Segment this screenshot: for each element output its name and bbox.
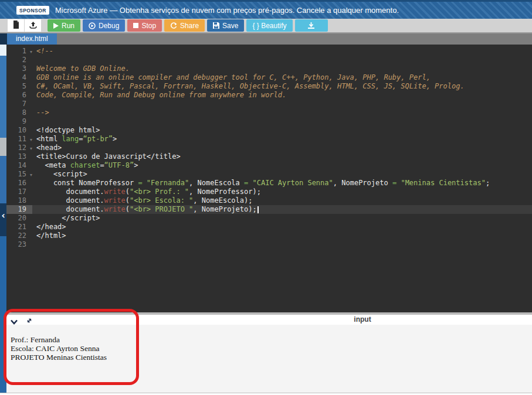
code-line[interactable]: 17 document.write("<br> Prof.: ", NomePr…: [6, 188, 532, 196]
code-text: [32, 100, 36, 108]
code-line[interactable]: 14 <meta charset=“UTF-8”>: [6, 161, 532, 170]
sponsor-badge: SPONSOR: [16, 6, 49, 15]
code-line[interactable]: 12▾<head>: [6, 144, 532, 152]
chevron-down-icon[interactable]: [11, 316, 18, 327]
save-icon: [213, 22, 219, 29]
fold-arrow-icon[interactable]: ▾: [26, 135, 32, 144]
code-text: <head>: [32, 144, 62, 152]
line-number[interactable]: 20: [6, 214, 32, 223]
left-sidebar-strip[interactable]: ‹: [0, 45, 6, 393]
code-text: [32, 117, 36, 126]
code-line[interactable]: 16 const NomeProfessor = "Fernanda", Nom…: [6, 179, 532, 188]
stop-icon: [133, 23, 138, 28]
code-line[interactable]: 13<title>Curso de Javascript</title>: [6, 152, 532, 161]
tab-bar: index.html: [0, 33, 532, 45]
code-editor[interactable]: 1▾<!--23Welcome to GDB Online.4GDB onlin…: [0, 45, 532, 312]
code-line[interactable]: 2: [6, 56, 532, 64]
code-line[interactable]: 7: [6, 100, 532, 108]
line-number[interactable]: 14: [6, 161, 32, 170]
code-text: <script>: [32, 170, 87, 179]
console-panel: input Prof.: FernandaEscola: CAIC Ayrton…: [0, 315, 532, 393]
line-number[interactable]: 2: [6, 56, 32, 64]
code-line[interactable]: 23: [6, 240, 532, 249]
sponsor-ad-text[interactable]: Microsoft Azure — Obtenha serviços de nu…: [55, 6, 399, 15]
code-line[interactable]: 22</html>: [6, 231, 532, 240]
share-button[interactable]: Share: [164, 19, 205, 32]
code-line[interactable]: 1▾<!--: [6, 47, 532, 56]
code-line[interactable]: 10<!doctype html>: [6, 126, 532, 135]
line-number[interactable]: 15▾: [6, 170, 32, 179]
collapse-left-icon[interactable]: ‹: [0, 212, 6, 220]
code-text: -->: [32, 108, 49, 117]
line-number[interactable]: 19: [6, 205, 32, 214]
line-number[interactable]: 11▾: [6, 135, 32, 144]
code-text: <meta charset=“UTF-8”>: [32, 161, 138, 170]
tab-index-html[interactable]: index.html: [7, 33, 57, 45]
file-icon: [13, 21, 19, 30]
beautify-button[interactable]: { } Beautify: [246, 19, 292, 32]
line-number[interactable]: 10: [6, 126, 32, 135]
sponsor-banner[interactable]: SPONSOR Microsoft Azure — Obtenha serviç…: [0, 0, 532, 19]
line-number[interactable]: 16: [6, 179, 32, 188]
fold-arrow-icon[interactable]: ▾: [26, 47, 32, 56]
line-number[interactable]: 1▾: [6, 47, 32, 56]
fold-arrow-icon[interactable]: ▾: [26, 144, 32, 153]
text-cursor: [257, 206, 259, 213]
code-text: </head>: [32, 223, 66, 231]
upload-button[interactable]: [25, 19, 41, 32]
share-icon: [170, 22, 177, 29]
line-number[interactable]: 22: [6, 231, 32, 240]
code-line[interactable]: 3Welcome to GDB Online.: [6, 64, 532, 73]
code-line[interactable]: 18 document.write("<br> Escola: ", NomeE…: [6, 196, 532, 205]
download-button[interactable]: [295, 19, 328, 32]
code-line[interactable]: 5C#, OCaml, VB, Swift, Pascal, Fortran, …: [6, 82, 532, 91]
code-line[interactable]: 9: [6, 117, 532, 126]
line-number[interactable]: 17: [6, 188, 32, 196]
line-number[interactable]: 5: [6, 82, 32, 91]
line-number[interactable]: 18: [6, 196, 32, 205]
fold-arrow-icon[interactable]: ▾: [26, 171, 32, 179]
code-text: document.write("<br> Escola: ", NomeEsco…: [32, 196, 252, 205]
output-line: Escola: CAIC Ayrton Senna: [11, 344, 107, 353]
code-text: Code, Compile, Run and Debug online from…: [32, 91, 286, 100]
code-line[interactable]: 4GDB online is an online compiler and de…: [6, 73, 532, 82]
code-line[interactable]: 19 document.write("<br> PROJETO ", NomeP…: [6, 205, 532, 214]
code-line[interactable]: 15▾ <script>: [6, 170, 532, 179]
run-button[interactable]: Run: [48, 19, 80, 32]
line-number[interactable]: 21: [6, 223, 32, 231]
code-text: C#, OCaml, VB, Swift, Pascal, Fortran, H…: [32, 82, 465, 91]
beautify-label: { } Beautify: [252, 22, 286, 30]
line-number[interactable]: 9: [6, 117, 32, 126]
code-line[interactable]: 6Code, Compile, Run and Debug online fro…: [6, 91, 532, 100]
line-number[interactable]: 4: [6, 73, 32, 82]
code-text: </html>: [32, 231, 66, 240]
play-icon: [53, 23, 59, 29]
code-line[interactable]: 8-->: [6, 108, 532, 117]
new-file-button[interactable]: [8, 19, 24, 32]
save-button[interactable]: Save: [207, 19, 244, 32]
tabbar-notch: [0, 33, 7, 45]
debug-button[interactable]: Debug: [83, 19, 125, 32]
code-text: </script>: [32, 214, 100, 223]
upload-icon: [29, 21, 37, 30]
code-text: <html lang=“pt-br”>: [32, 135, 117, 144]
expand-icon[interactable]: [26, 316, 33, 326]
line-number[interactable]: 8: [6, 108, 32, 117]
stop-button[interactable]: Stop: [127, 19, 162, 32]
debug-icon: [89, 22, 96, 29]
code-line[interactable]: 21</head>: [6, 223, 532, 231]
console-header: input: [0, 315, 532, 325]
code-line[interactable]: 11▾<html lang=“pt-br”>: [6, 135, 532, 144]
line-number[interactable]: 12▾: [6, 144, 32, 152]
code-area: 1▾<!--23Welcome to GDB Online.4GDB onlin…: [6, 45, 532, 249]
download-icon: [307, 22, 315, 29]
code-text: [32, 240, 36, 249]
code-text: [32, 56, 36, 64]
line-number[interactable]: 23: [6, 240, 32, 249]
line-number[interactable]: 3: [6, 64, 32, 73]
input-section-label: input: [327, 315, 398, 324]
code-line[interactable]: 20 </script>: [6, 214, 532, 223]
line-number[interactable]: 7: [6, 100, 32, 108]
line-number[interactable]: 13: [6, 152, 32, 161]
line-number[interactable]: 6: [6, 91, 32, 100]
